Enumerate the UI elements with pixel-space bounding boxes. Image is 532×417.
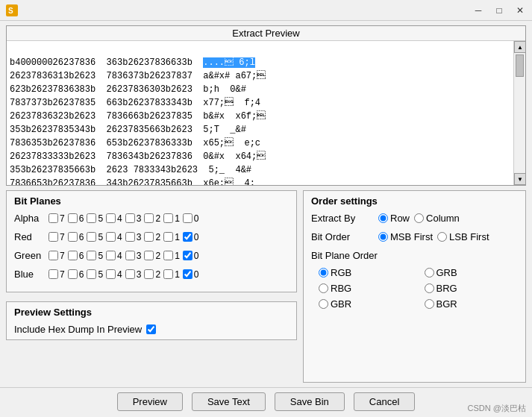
alpha-bit-6: 6 [68, 213, 84, 224]
order-grid: RGB GRB RBG BRG [311, 267, 518, 310]
column-label: Column [426, 213, 460, 224]
blue-5-checkbox[interactable] [87, 269, 96, 279]
alpha-7-checkbox[interactable] [48, 213, 58, 223]
blue-3-checkbox[interactable] [125, 269, 135, 279]
bit-plane-order-section: Bit Plane Order RGB GRB RBG [311, 250, 518, 310]
save-bin-button[interactable]: Save Bin [275, 392, 345, 411]
red-5-checkbox[interactable] [87, 232, 96, 242]
green-3-checkbox[interactable] [125, 251, 135, 260]
rgb-radio-item: RGB [319, 267, 413, 278]
blue-row: Blue 7 6 5 4 3 2 1 0 [14, 269, 289, 280]
row-radio[interactable] [378, 213, 388, 223]
rgb-radio[interactable] [319, 268, 328, 278]
row-radio-item: Row [378, 213, 410, 224]
alpha-1-checkbox[interactable] [163, 213, 173, 223]
alpha-row: Alpha 7 6 5 4 3 2 1 0 [14, 213, 289, 224]
column-radio-item: Column [414, 213, 460, 224]
bit-order-label: Bit Order [311, 231, 371, 242]
lsb-radio[interactable] [437, 232, 447, 242]
alpha-bit-1: 1 [163, 213, 180, 224]
red-2-checkbox[interactable] [144, 232, 154, 242]
alpha-5-checkbox[interactable] [87, 213, 96, 223]
grb-label: GRB [436, 267, 457, 278]
green-4-checkbox[interactable] [106, 251, 116, 260]
lsb-radio-item: LSB First [437, 231, 489, 242]
blue-label: Blue [14, 269, 46, 280]
rbg-radio[interactable] [319, 283, 328, 293]
alpha-3-checkbox[interactable] [125, 213, 135, 223]
scrollbar-up-button[interactable]: ▲ [514, 41, 525, 53]
gbr-radio-item: GBR [319, 298, 413, 310]
bit-plane-order-title: Bit Plane Order [311, 250, 518, 261]
brg-radio[interactable] [425, 283, 434, 293]
scrollbar-thumb[interactable] [516, 54, 524, 77]
blue-7-checkbox[interactable] [48, 269, 58, 279]
red-0-checkbox[interactable] [183, 232, 193, 242]
preview-button[interactable]: Preview [117, 392, 183, 411]
bgr-radio-item: BGR [425, 298, 519, 310]
app-icon: S [6, 4, 18, 16]
green-0-checkbox[interactable] [183, 251, 193, 260]
preview-text[interactable]: b400000026237836 363b26237836633b .... … [7, 41, 513, 185]
red-label: Red [14, 231, 46, 242]
order-settings-panel: Order settings Extract By Row Column [303, 190, 526, 383]
bgr-radio[interactable] [425, 299, 434, 309]
brg-label: BRG [436, 283, 457, 294]
title-bar: S ─ □ ✕ [0, 0, 532, 21]
bit-order-group: MSB First LSB First [378, 231, 489, 242]
preview-settings-panel: Preview Settings Include Hex Dump In Pre… [6, 301, 297, 340]
red-3-checkbox[interactable] [125, 232, 135, 242]
rbg-label: RBG [331, 283, 351, 294]
green-5-checkbox[interactable] [87, 251, 96, 260]
preview-scrollbar[interactable]: ▲ ▼ [513, 41, 525, 185]
msb-label: MSB First [390, 231, 433, 242]
alpha-bit-5: 5 [87, 213, 103, 224]
green-6-checkbox[interactable] [68, 251, 78, 260]
order-settings-title: Order settings [311, 195, 518, 207]
blue-2-checkbox[interactable] [144, 269, 154, 279]
maximize-button[interactable]: □ [493, 4, 505, 16]
alpha-4-checkbox[interactable] [106, 213, 116, 223]
title-bar-controls: ─ □ ✕ [472, 4, 526, 16]
green-7-checkbox[interactable] [48, 251, 58, 260]
green-2-checkbox[interactable] [144, 251, 154, 260]
gbr-label: GBR [331, 298, 351, 310]
extract-by-row: Extract By Row Column [311, 213, 518, 224]
alpha-0-checkbox[interactable] [183, 213, 193, 223]
red-6-checkbox[interactable] [68, 232, 78, 242]
alpha-bit-3: 3 [125, 213, 142, 224]
blue-4-checkbox[interactable] [106, 269, 116, 279]
blue-1-checkbox[interactable] [163, 269, 173, 279]
cancel-button[interactable]: Cancel [354, 392, 415, 411]
preview-content: b400000026237836 363b26237836633b .... … [7, 41, 525, 185]
rgb-label: RGB [331, 267, 351, 278]
blue-0-checkbox[interactable] [183, 269, 193, 279]
bit-planes-title: Bit Planes [14, 195, 289, 207]
alpha-bit-2: 2 [144, 213, 160, 224]
grb-radio[interactable] [425, 268, 434, 278]
preview-section: Extract Preview b400000026237836 363b262… [6, 25, 526, 186]
lsb-label: LSB First [449, 231, 489, 242]
button-bar: Preview Save Text Save Bin Cancel [0, 387, 532, 417]
red-7-checkbox[interactable] [48, 232, 58, 242]
red-4-checkbox[interactable] [106, 232, 116, 242]
alpha-2-checkbox[interactable] [144, 213, 154, 223]
scrollbar-down-button[interactable]: ▼ [514, 173, 525, 185]
minimize-button[interactable]: ─ [472, 4, 484, 16]
preview-settings-row: Include Hex Dump In Preview [14, 324, 289, 335]
include-hex-label: Include Hex Dump In Preview [14, 324, 142, 335]
include-hex-checkbox[interactable] [146, 324, 156, 334]
close-button[interactable]: ✕ [514, 4, 526, 16]
alpha-bit-4: 4 [106, 213, 122, 224]
green-1-checkbox[interactable] [163, 251, 173, 260]
alpha-6-checkbox[interactable] [68, 213, 78, 223]
column-radio[interactable] [414, 213, 424, 223]
preview-title: Extract Preview [7, 26, 525, 41]
green-row: Green 7 6 5 4 3 2 1 0 [14, 250, 289, 261]
save-text-button[interactable]: Save Text [192, 392, 266, 411]
red-1-checkbox[interactable] [163, 232, 173, 242]
gbr-radio[interactable] [319, 299, 328, 309]
msb-radio[interactable] [378, 232, 388, 242]
red-row: Red 7 6 5 4 3 2 1 0 [14, 231, 289, 242]
blue-6-checkbox[interactable] [68, 269, 78, 279]
